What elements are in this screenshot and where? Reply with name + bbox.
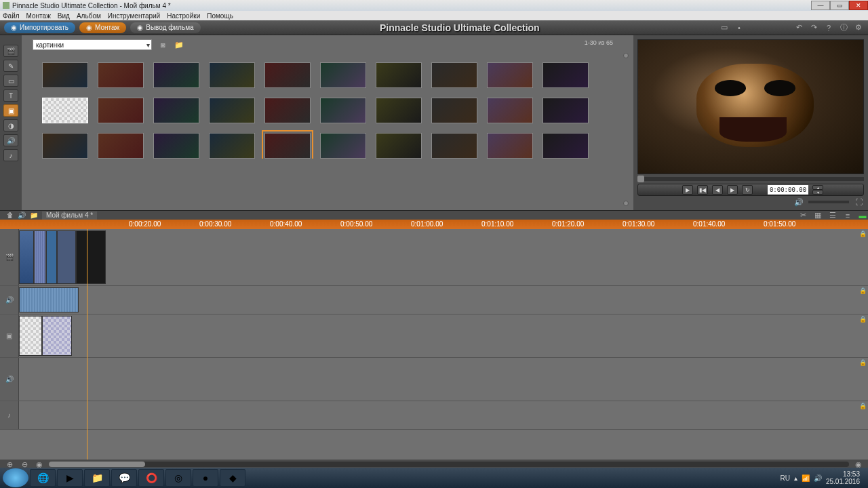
taskbar-app-icon[interactable]: ◆	[220, 469, 245, 487]
library-folder-dropdown[interactable]: картинки	[33, 39, 152, 50]
menu-Вид[interactable]: Вид	[58, 12, 70, 20]
taskbar-app-icon[interactable]: 📁	[84, 469, 110, 487]
tray-network-icon[interactable]: 📶	[802, 474, 810, 482]
timecode-display[interactable]: 0:00:00.00	[768, 185, 808, 195]
taskbar-app-icon[interactable]: ▶	[57, 469, 83, 487]
taskbar-clock[interactable]: 13:53 25.01.2016	[826, 470, 860, 485]
audio2-track-body[interactable]: 🔒	[19, 358, 868, 401]
taskbar-app-icon[interactable]: 💬	[111, 469, 137, 487]
video-clip[interactable]	[34, 230, 46, 284]
info-icon[interactable]: ⓘ	[838, 22, 849, 33]
menu-Помощь[interactable]: Помощь	[207, 12, 233, 20]
lock-icon[interactable]: 🔒	[859, 403, 867, 409]
music-tool[interactable]: ♪	[3, 149, 18, 161]
overlay-clip[interactable]	[19, 316, 42, 356]
video-clip[interactable]	[46, 230, 57, 284]
library-thumbnail[interactable]	[98, 98, 144, 123]
library-thumbnail[interactable]	[42, 133, 88, 159]
library-thumbnail[interactable]	[209, 133, 255, 159]
menu-Настройки[interactable]: Настройки	[167, 12, 200, 20]
timecode-up[interactable]: ▴	[812, 185, 823, 190]
text-tool[interactable]: T	[3, 89, 18, 102]
scroll-down-icon[interactable]	[623, 201, 629, 206]
tray-volume-icon[interactable]: 🔊	[814, 474, 822, 482]
video-clip[interactable]	[76, 230, 106, 284]
folder-icon[interactable]: 📁	[174, 39, 184, 50]
video-clip[interactable]	[57, 230, 76, 284]
library-thumbnail[interactable]	[264, 98, 311, 123]
taskbar-app-icon[interactable]: ◎	[165, 469, 191, 487]
library-thumbnail[interactable]	[376, 98, 422, 123]
loop-button[interactable]: ↻	[742, 185, 753, 195]
next-frame-button[interactable]: ▶	[727, 185, 738, 195]
volume-slider[interactable]	[808, 201, 849, 203]
color-tool[interactable]: ◑	[3, 119, 18, 131]
overlay-clip[interactable]	[42, 316, 72, 356]
close-button[interactable]: ✕	[849, 1, 868, 10]
scroll-up-icon[interactable]	[623, 53, 629, 58]
redo-icon[interactable]: ↷	[808, 22, 819, 33]
library-thumbnail[interactable]	[431, 133, 477, 159]
library-thumbnail[interactable]	[320, 133, 366, 159]
settings-icon[interactable]: ⚙	[853, 22, 864, 33]
play-button[interactable]: ▶	[682, 185, 693, 195]
menu-Файл[interactable]: Файл	[3, 12, 20, 20]
trash-icon[interactable]: 🗑	[7, 211, 14, 219]
library-scrollbar[interactable]	[623, 53, 629, 206]
layout-icon[interactable]: ▭	[719, 22, 730, 33]
music-track-header[interactable]: ♪	[0, 401, 19, 429]
taskbar-app-icon[interactable]: 🌐	[30, 469, 56, 487]
undo-icon[interactable]: ↶	[793, 22, 804, 33]
library-thumbnail[interactable]	[542, 133, 589, 159]
menu-Монтаж[interactable]: Монтаж	[26, 12, 51, 20]
library-thumbnail[interactable]	[487, 62, 533, 88]
audio2-track-header[interactable]: 🔊	[0, 358, 19, 401]
library-thumbnail[interactable]	[209, 62, 255, 88]
export-button[interactable]: ◉ Вывод фильма	[130, 22, 200, 33]
lock-icon[interactable]: 🔒	[859, 359, 867, 366]
prev-frame-button[interactable]: ◀	[712, 185, 723, 195]
library-thumbnail[interactable]	[153, 98, 199, 123]
library-thumbnail[interactable]	[431, 98, 477, 123]
maximize-button[interactable]: ▭	[830, 1, 849, 10]
language-indicator[interactable]: RU	[780, 474, 789, 482]
library-thumbnail[interactable]	[98, 62, 144, 88]
library-thumbnail[interactable]	[153, 62, 199, 88]
library-thumbnail[interactable]	[376, 133, 422, 159]
library-thumbnail[interactable]	[264, 62, 311, 88]
start-button[interactable]	[3, 468, 28, 487]
folder-small-icon[interactable]: 📁	[30, 211, 38, 219]
preview-scrubber[interactable]	[637, 177, 864, 181]
library-thumbnail[interactable]	[264, 133, 311, 159]
video-clip[interactable]	[19, 230, 34, 284]
overlay-track-header[interactable]: ▣	[0, 314, 19, 357]
video-track-header[interactable]: 🎬	[0, 229, 19, 285]
music-track-body[interactable]: 🔒	[19, 401, 868, 429]
titles-tool[interactable]: ▭	[3, 75, 18, 87]
transitions-tool[interactable]: ✎	[3, 60, 18, 72]
library-thumbnail[interactable]	[376, 62, 422, 88]
lock-icon[interactable]: 🔒	[859, 230, 867, 237]
lock-icon[interactable]: 🔒	[859, 316, 867, 323]
library-thumbnail[interactable]	[209, 98, 255, 123]
library-thumbnail[interactable]	[153, 133, 199, 159]
library-thumbnail[interactable]	[320, 62, 366, 88]
marker-icon[interactable]: •	[734, 22, 745, 33]
library-thumbnail[interactable]	[487, 133, 533, 159]
video-clips-tool[interactable]: 🎬	[3, 45, 18, 57]
audio-clip[interactable]	[19, 287, 79, 312]
video-track-body[interactable]: 🔒	[19, 229, 868, 285]
audio-toggle-icon[interactable]: 🔊	[18, 211, 26, 219]
overlay-track-body[interactable]: 🔒	[19, 314, 868, 357]
library-thumbnail[interactable]	[431, 62, 477, 88]
library-thumbnail[interactable]	[487, 98, 533, 123]
import-button[interactable]: ◉ Импортировать	[4, 22, 75, 33]
timecode-down[interactable]: ▾	[812, 190, 823, 195]
library-thumbnail[interactable]	[42, 62, 88, 88]
audio-track-header[interactable]: 🔊	[0, 286, 19, 314]
timeline-ruler[interactable]: 0:00:20.000:00:30.000:00:40.000:00:50.00…	[0, 220, 868, 229]
start-button[interactable]: ▮◀	[697, 185, 708, 195]
menu-Альбом[interactable]: Альбом	[77, 12, 101, 20]
library-thumbnail[interactable]	[320, 98, 366, 123]
audio-track-body[interactable]: 🔒	[19, 286, 868, 314]
